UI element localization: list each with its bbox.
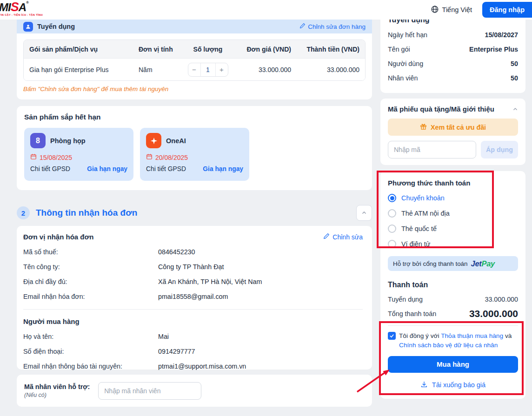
order-table: Gói sản phẩm/Dịch vụ Đơn vị tính Số lượn… — [23, 40, 366, 81]
summary-row-package: Tên góiEnterprise Plus — [388, 46, 518, 53]
payment-method-international-card[interactable]: Thẻ quốc tế — [388, 225, 518, 233]
support-code-hint: (Nếu có) — [24, 392, 90, 398]
agreement-row: Tôi đồng ý với Thỏa thuận mua hàng và Ch… — [388, 331, 518, 350]
payment-methods-title: Phương thức thanh toán — [388, 179, 518, 187]
pencil-icon — [299, 23, 306, 30]
unit-price-value: 33.000.000 — [235, 66, 297, 73]
col-unit: Đơn vị tính — [133, 46, 180, 53]
field-tax-code: Mã số thuế:0846452230 — [23, 248, 363, 256]
misa-logo: MISA® TIN CẬY - TIỆN ÍCH - TẬN TÌNH — [0, 1, 43, 17]
product-name: OneAI — [166, 137, 186, 145]
support-code-label: Mã nhân viên hỗ trợ: — [24, 383, 90, 390]
expiring-products-card: Sản phẩm sắp hết hạn 8 Phòng họp 15/08/2… — [17, 106, 372, 190]
collapse-section-button[interactable] — [356, 205, 372, 221]
misa-logo-mi: MI — [0, 1, 11, 13]
product-name: Phòng họp — [50, 137, 86, 145]
divider — [23, 309, 363, 310]
calendar-expiry-icon — [30, 153, 37, 161]
oneai-sparkle-icon — [146, 133, 161, 148]
invoice-section-header: 2 Thông tin nhận hóa đơn — [17, 204, 372, 222]
login-button[interactable]: Đăng nhập — [482, 2, 532, 18]
edit-invoice-link[interactable]: Chỉnh sửa — [323, 233, 363, 241]
invoice-info-card: Đơn vị nhận hóa đơn Chỉnh sửa Mã số thuế… — [17, 226, 372, 370]
quantity-stepper: − 1 + — [188, 63, 228, 77]
order-table-header: Gói sản phẩm/Dịch vụ Đơn vị tính Số lượn… — [24, 40, 365, 58]
top-header: MISA® TIN CẬY - TIỆN ÍCH - TẬN TÌNH Tiến… — [0, 0, 532, 20]
purchase-agreement-link[interactable]: Thỏa thuận mua hàng — [441, 332, 503, 339]
language-selector[interactable]: Tiếng Việt — [431, 5, 472, 15]
checkout-page: MISA® TIN CẬY - TIỆN ÍCH - TẬN TÌNH Tiến… — [0, 0, 532, 416]
voucher-title: Mã phiếu quà tặng/Mã giới thiệu — [388, 105, 494, 113]
language-label: Tiếng Việt — [442, 6, 472, 13]
divider — [388, 325, 518, 326]
expiry-date: 20/08/2025 — [155, 154, 188, 161]
download-icon — [420, 381, 428, 390]
expiring-product-meeting-room: 8 Phòng họp 15/08/2025 Chi tiết GPSD Gia… — [24, 128, 133, 181]
field-phone: Số điện thoại:0914297777 — [23, 348, 363, 355]
col-quantity: Số lượng — [180, 46, 235, 53]
misa-logo-s: S — [11, 0, 19, 14]
checkout-title: Thanh toán — [388, 281, 518, 289]
support-code-card: Mã nhân viên hỗ trợ: (Nếu có) — [17, 375, 372, 407]
download-quote-link[interactable]: Tải xuống báo giá — [388, 381, 518, 390]
package-summary-card: Tuyển dụng Ngày hết hạn15/08/2027 Tên gó… — [380, 12, 525, 93]
quantity-increase-button[interactable]: + — [216, 63, 228, 77]
payment-method-ewallet[interactable]: Ví điện tử — [388, 240, 518, 248]
order-note: Bấm "Chỉnh sửa đơn hàng" để mua thêm tài… — [23, 86, 366, 92]
agree-checkbox[interactable] — [388, 332, 396, 340]
buy-button[interactable]: Mua hàng — [388, 356, 518, 373]
globe-icon — [431, 5, 439, 15]
gateway-banner: Hỗ trợ bởi cổng thanh toán JetPay — [388, 256, 518, 271]
product-unit: Năm — [133, 66, 180, 73]
col-unit-price: Đơn giá (VND) — [235, 46, 297, 53]
col-product: Gói sản phẩm/Dịch vụ — [24, 46, 133, 53]
renew-now-link[interactable]: Gia hạn ngay — [203, 165, 243, 172]
col-total: Thành tiền (VND) — [297, 46, 365, 53]
chevron-up-icon[interactable] — [512, 106, 518, 112]
recruitment-app-icon — [23, 22, 33, 32]
expiring-product-oneai: OneAI 20/08/2025 Chi tiết GPSD Gia hạn n… — [140, 128, 249, 181]
total-amount: 33.000.000 — [469, 308, 518, 319]
misa-tagline: TIN CẬY - TIỆN ÍCH - TẬN TÌNH — [0, 14, 43, 17]
gift-icon — [420, 123, 427, 132]
meeting-room-icon: 8 — [30, 133, 46, 148]
checkout-total: Tổng thanh toán33.000.000 — [388, 308, 518, 319]
order-app-name: Tuyển dụng — [37, 23, 75, 30]
total-price-value: 33.000.000 — [297, 66, 365, 73]
summary-row-expiry: Ngày hết hạn15/08/2027 — [388, 31, 518, 39]
quantity-value[interactable]: 1 — [200, 63, 216, 77]
edit-order-link[interactable]: Chỉnh sửa đơn hàng — [299, 23, 366, 30]
expiring-title: Sản phẩm sắp hết hạn — [24, 113, 365, 121]
license-detail-link[interactable]: Chi tiết GPSD — [30, 165, 70, 172]
renew-now-link[interactable]: Gia hạn ngay — [87, 165, 127, 172]
summary-row-users: Người dùng50 — [388, 60, 518, 67]
section-number-badge: 2 — [17, 206, 30, 219]
privacy-policy-link[interactable]: Chính sách bảo vệ dữ liệu cá nhân — [399, 342, 498, 349]
summary-row-employees: Nhân viên50 — [388, 74, 518, 82]
radio-icon — [388, 209, 396, 218]
payment-checkout-card: Phương thức thanh toán Chuyển khoản Thẻ … — [380, 171, 525, 399]
expiry-date: 15/08/2025 — [40, 154, 72, 161]
field-fullname: Họ và tên:Mai — [23, 333, 363, 340]
apply-voucher-button[interactable]: Áp dụng — [481, 141, 518, 158]
field-notify-email: Email nhận thông báo tài nguyên:ptmai1@s… — [23, 363, 363, 370]
field-company-name: Tên công ty:Công ty TP Thành Đạt — [23, 263, 363, 271]
registered-mark-icon: ® — [26, 0, 28, 5]
payment-method-atm-card[interactable]: Thẻ ATM nội địa — [388, 209, 518, 218]
radio-icon — [388, 225, 396, 233]
view-all-offers-button[interactable]: Xem tất cả ưu đãi — [388, 119, 518, 136]
payment-method-bank-transfer[interactable]: Chuyển khoản — [388, 194, 518, 202]
field-address: Địa chỉ đầy đủ:Xã An Khánh, TP Hà Nội, V… — [23, 278, 363, 285]
radio-selected-icon — [388, 194, 396, 202]
voucher-card: Mã phiếu quà tặng/Mã giới thiệu Xem tất … — [380, 99, 525, 165]
license-detail-link[interactable]: Chi tiết GPSD — [146, 165, 186, 172]
invoice-unit-title: Đơn vị nhận hóa đơn — [23, 233, 93, 241]
radio-icon — [388, 240, 396, 248]
voucher-code-input[interactable] — [388, 141, 476, 158]
pencil-icon — [323, 233, 330, 241]
calendar-expiry-icon — [146, 153, 153, 161]
quantity-decrease-button[interactable]: − — [188, 63, 200, 77]
order-card: Tuyển dụng Chỉnh sửa đơn hàng Gói sản ph… — [17, 20, 372, 99]
field-invoice-email: Email nhận hóa đơn:pmai18558@gmail.com — [23, 293, 363, 300]
support-code-input[interactable] — [98, 382, 201, 400]
